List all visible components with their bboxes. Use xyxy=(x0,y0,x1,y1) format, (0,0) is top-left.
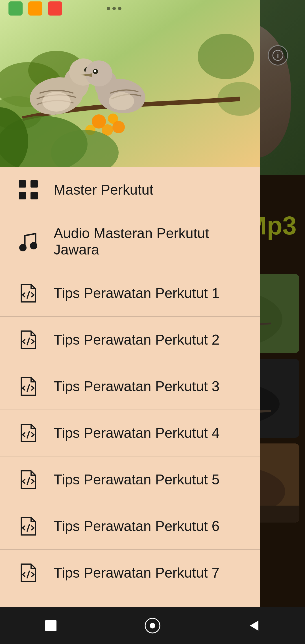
code-file-icon-7 xyxy=(17,562,40,584)
svg-point-61 xyxy=(150,623,155,628)
svg-line-52 xyxy=(27,431,29,438)
svg-rect-44 xyxy=(30,180,38,188)
svg-point-48 xyxy=(30,242,37,249)
drawer-menu: Master Perkutut Audio Masteran Perkutut … xyxy=(0,167,260,592)
menu-label-tips-1: Tips Perawatan Perkutut 1 xyxy=(54,285,219,301)
svg-point-21 xyxy=(198,34,254,79)
code-file-icon-2 xyxy=(17,328,40,351)
status-icon-green xyxy=(8,1,23,16)
svg-line-51 xyxy=(27,385,29,391)
svg-line-54 xyxy=(27,525,29,531)
svg-rect-45 xyxy=(19,192,26,199)
svg-point-38 xyxy=(94,70,96,72)
menu-label-audio-masteran: Audio Masteran Perkutut Jawara xyxy=(54,225,243,258)
svg-rect-43 xyxy=(19,180,26,188)
drawer-header-image xyxy=(0,0,260,167)
menu-label-tips-3: Tips Perawatan Perkutut 3 xyxy=(54,378,219,395)
menu-label-tips-7: Tips Perawatan Perkutut 7 xyxy=(54,565,219,581)
svg-point-33 xyxy=(42,92,71,112)
status-bar xyxy=(0,0,130,17)
status-icon-red xyxy=(48,1,62,16)
home-button[interactable] xyxy=(141,614,164,637)
svg-point-36 xyxy=(85,60,112,86)
status-icon-orange xyxy=(28,1,42,16)
menu-item-tips-1[interactable]: Tips Perawatan Perkutut 1 xyxy=(0,270,260,317)
grid-icon xyxy=(17,179,40,201)
music-note-icon xyxy=(17,230,40,253)
svg-line-50 xyxy=(27,338,29,345)
svg-rect-46 xyxy=(30,192,38,199)
more-options[interactable] xyxy=(107,7,121,10)
menu-label-tips-5: Tips Perawatan Perkutut 5 xyxy=(54,471,219,488)
svg-point-26 xyxy=(112,121,125,133)
menu-item-tips-4[interactable]: Tips Perawatan Perkutut 4 xyxy=(0,410,260,456)
menu-label-tips-2: Tips Perawatan Perkutut 2 xyxy=(54,332,219,348)
svg-line-53 xyxy=(27,478,29,485)
code-file-icon-5 xyxy=(17,468,40,491)
back-button[interactable] xyxy=(243,614,265,637)
code-file-icon-4 xyxy=(17,422,40,444)
menu-item-tips-2[interactable]: Tips Perawatan Perkutut 2 xyxy=(0,317,260,363)
menu-item-tips-7[interactable]: Tips Perawatan Perkutut 7 xyxy=(0,550,260,592)
code-file-icon-1 xyxy=(17,282,40,304)
svg-marker-62 xyxy=(250,621,258,631)
svg-rect-59 xyxy=(45,620,56,631)
svg-point-47 xyxy=(19,244,27,251)
menu-label-tips-4: Tips Perawatan Perkutut 4 xyxy=(54,425,219,441)
code-file-icon-6 xyxy=(17,515,40,538)
svg-line-49 xyxy=(27,291,29,298)
stop-button[interactable] xyxy=(40,614,62,637)
menu-item-master-perkutut[interactable]: Master Perkutut xyxy=(0,167,260,213)
menu-item-tips-5[interactable]: Tips Perawatan Perkutut 5 xyxy=(0,456,260,503)
code-file-icon-3 xyxy=(17,375,40,398)
menu-item-audio-masteran[interactable]: Audio Masteran Perkutut Jawara xyxy=(0,213,260,270)
svg-point-39 xyxy=(109,92,134,110)
menu-label-tips-6: Tips Perawatan Perkutut 6 xyxy=(54,518,219,534)
menu-item-tips-6[interactable]: Tips Perawatan Perkutut 6 xyxy=(0,503,260,550)
bottom-navigation xyxy=(0,607,305,644)
svg-line-55 xyxy=(27,571,29,578)
navigation-drawer: Master Perkutut Audio Masteran Perkutut … xyxy=(0,0,260,644)
menu-item-tips-3[interactable]: Tips Perawatan Perkutut 3 xyxy=(0,363,260,410)
menu-label-master-perkutut: Master Perkutut xyxy=(54,182,153,198)
